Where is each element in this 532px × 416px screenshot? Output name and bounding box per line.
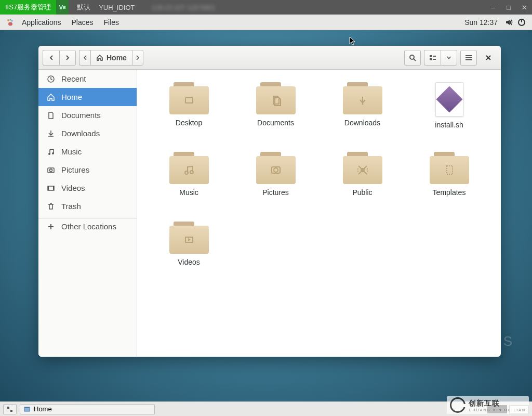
music-icon	[47, 148, 55, 156]
hamburger-icon	[465, 55, 472, 61]
window-close-button[interactable]	[480, 50, 497, 66]
script-file-icon	[435, 82, 463, 116]
sidebar-item-music[interactable]: Music	[38, 142, 137, 161]
svg-rect-10	[433, 56, 436, 57]
vnc-close-button[interactable]: ✕	[516, 0, 532, 15]
vnc-titlebar: IIS7服务器管理 VE 默认 YUH_IDIOT 128.23.107.120…	[0, 0, 532, 15]
vnc-logo: VE	[56, 0, 69, 15]
sidebar-item-other-locations[interactable]: Other Locations	[38, 218, 137, 236]
vnc-default-label: 默认	[69, 3, 99, 12]
panel-clock[interactable]: Sun 12:37	[459, 18, 503, 27]
file-item-install-sh[interactable]: install.sh	[406, 82, 493, 152]
sidebar-item-label: Home	[61, 93, 82, 101]
vnc-obscured-address: 128.23.107.120:5901	[143, 4, 223, 11]
svg-rect-35	[24, 407, 30, 408]
sidebar-item-home[interactable]: Home	[38, 88, 137, 106]
file-item-documents[interactable]: Documents	[232, 82, 319, 152]
file-label: install.sh	[435, 121, 463, 129]
path-home-label: Home	[107, 54, 127, 62]
close-icon	[485, 55, 491, 61]
forward-button[interactable]	[59, 50, 76, 66]
gnome-foot-icon	[4, 18, 17, 27]
menu-places[interactable]: Places	[66, 18, 99, 27]
file-item-downloads[interactable]: Downloads	[319, 82, 406, 152]
folder-icon	[256, 152, 296, 184]
svg-point-3	[8, 22, 12, 26]
path-next-button[interactable]	[132, 50, 143, 66]
sidebar-item-label: Documents	[61, 111, 101, 120]
file-label: Documents	[257, 119, 294, 127]
list-view-icon	[429, 54, 436, 61]
sidebar-item-pictures[interactable]: Pictures	[38, 161, 137, 179]
sidebar-item-label: Downloads	[61, 129, 100, 138]
watermark-subtext: CHUANG XIN HU LIAN	[469, 408, 526, 412]
file-grid[interactable]: DesktopDocumentsDownloadsinstall.shMusic…	[137, 70, 501, 357]
source-watermark: 创新互联 CHUANG XIN HU LIAN	[447, 396, 529, 414]
file-item-music[interactable]: Music	[145, 152, 232, 222]
svg-point-16	[48, 153, 50, 155]
file-label: Music	[179, 188, 198, 197]
vnc-maximize-button[interactable]: □	[501, 0, 516, 15]
sidebar-item-label: Recent	[61, 74, 86, 83]
path-bar: Home	[79, 50, 143, 66]
vnc-minimize-button[interactable]: –	[485, 0, 501, 15]
hamburger-menu-button[interactable]	[460, 50, 477, 66]
path-segment-home[interactable]: Home	[90, 50, 132, 66]
chevron-down-icon	[447, 56, 451, 60]
watermark-logo-icon	[450, 397, 466, 413]
show-desktop-button[interactable]	[3, 404, 17, 414]
svg-rect-21	[48, 186, 49, 190]
folder-icon	[169, 222, 209, 254]
view-toggle-button[interactable]	[424, 50, 441, 66]
svg-point-26	[190, 171, 193, 174]
svg-rect-8	[430, 55, 432, 57]
back-button[interactable]	[43, 50, 59, 66]
clock-icon	[47, 75, 55, 83]
folder-icon	[169, 82, 209, 114]
volume-icon[interactable]	[503, 18, 515, 27]
file-label: Downloads	[344, 119, 380, 127]
view-options-button[interactable]	[441, 50, 457, 66]
mouse-cursor-icon	[349, 36, 356, 46]
sidebar-item-trash[interactable]: Trash	[38, 197, 137, 215]
sidebar-item-label: Pictures	[61, 165, 89, 174]
taskbar-entry-home[interactable]: Home	[20, 404, 155, 414]
downloads-icon	[47, 129, 55, 138]
desktop-background[interactable]: T O S Home	[0, 30, 532, 401]
sidebar-item-documents[interactable]: Documents	[38, 106, 137, 124]
svg-rect-23	[185, 98, 193, 103]
trash-icon	[47, 202, 55, 211]
menu-files[interactable]: Files	[99, 18, 125, 27]
sidebar-item-label: Other Locations	[61, 222, 116, 231]
file-manager-window: Home	[38, 46, 501, 357]
sidebar-item-recent[interactable]: Recent	[38, 70, 137, 88]
svg-rect-9	[430, 58, 432, 60]
svg-rect-11	[433, 59, 436, 60]
home-icon	[96, 54, 103, 61]
search-icon	[409, 54, 416, 61]
gnome-top-panel: Applications Places Files Sun 12:37	[0, 15, 532, 30]
home-icon	[47, 93, 55, 101]
documents-icon	[47, 111, 55, 120]
file-item-pictures[interactable]: Pictures	[232, 152, 319, 222]
file-label: Desktop	[176, 119, 202, 127]
sidebar-item-label: Music	[61, 147, 82, 156]
menu-applications[interactable]: Applications	[17, 18, 66, 27]
svg-rect-22	[53, 186, 54, 190]
svg-point-1	[10, 19, 11, 21]
file-item-templates[interactable]: Templates	[406, 152, 493, 222]
nav-back-forward	[43, 50, 76, 66]
sidebar-item-videos[interactable]: Videos	[38, 179, 137, 197]
file-item-videos[interactable]: Videos	[145, 222, 232, 291]
power-icon[interactable]	[515, 18, 528, 27]
file-item-desktop[interactable]: Desktop	[145, 82, 232, 152]
search-button[interactable]	[404, 50, 421, 66]
svg-point-25	[185, 171, 188, 174]
file-item-public[interactable]: Public	[319, 152, 406, 222]
path-prev-button[interactable]	[79, 50, 90, 66]
sidebar-item-downloads[interactable]: Downloads	[38, 124, 137, 142]
file-label: Videos	[178, 258, 200, 266]
folder-icon	[256, 82, 296, 114]
svg-point-0	[7, 19, 9, 21]
watermark-text: 创新互联	[469, 399, 500, 407]
